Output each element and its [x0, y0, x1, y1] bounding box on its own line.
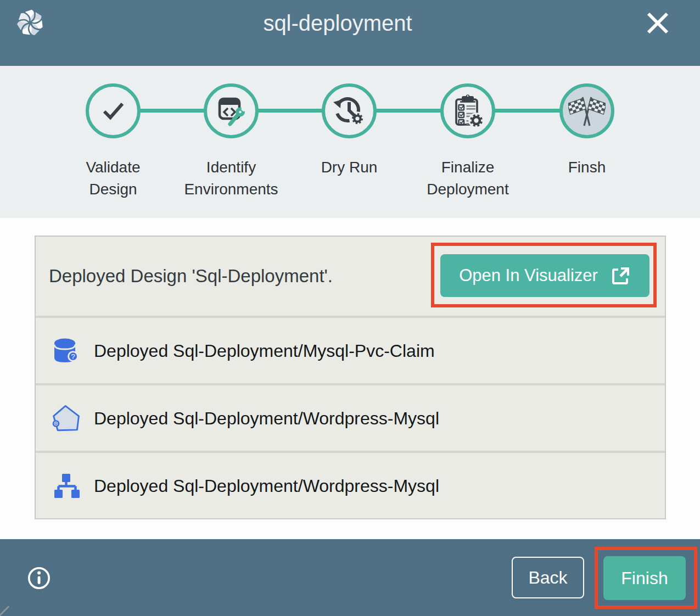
- svg-text:?: ?: [71, 352, 75, 361]
